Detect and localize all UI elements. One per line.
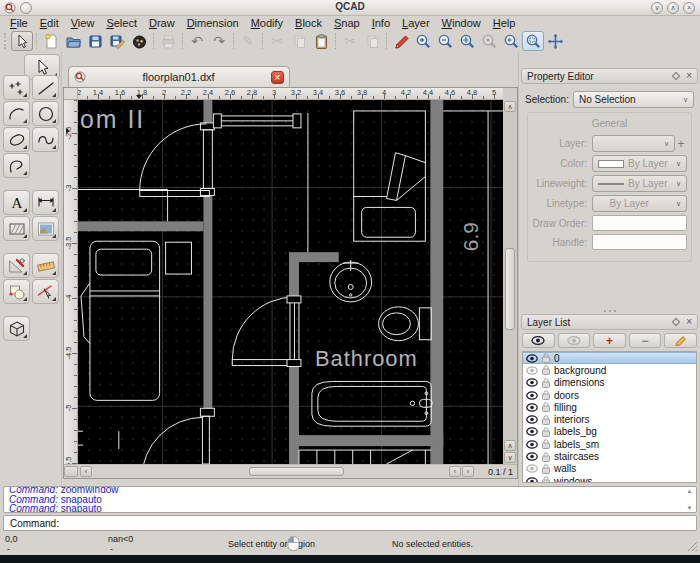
eye-visible-icon[interactable] [526,391,538,400]
edit-layer-button[interactable] [664,333,697,348]
open-file-button[interactable] [62,31,84,51]
eye-visible-icon[interactable] [526,440,538,449]
draw-pen-button[interactable] [390,31,412,51]
menu-file[interactable]: File [4,17,34,29]
export-package-button[interactable] [128,31,150,51]
menu-view[interactable]: View [65,17,101,29]
scroll-up-icon[interactable]: ∧ [504,101,516,112]
eye-visible-icon[interactable] [526,477,538,483]
scroll-down-icon[interactable]: ▼ [687,505,693,511]
toolbar-handle[interactable] [4,33,9,49]
lock-icon[interactable] [542,452,550,462]
solid-tools-button[interactable] [3,316,30,341]
selection-dropdown[interactable]: No Selection ∨ [573,91,694,108]
arc-tools-button[interactable] [3,101,30,126]
close-button[interactable]: × [683,2,695,14]
scroll-left-icon[interactable]: ‹ [80,466,92,477]
zoom-in-button[interactable] [412,31,434,51]
color-dropdown[interactable]: By Layer∨ [592,155,687,172]
image-tool-button[interactable] [32,216,59,241]
measure-tools-button[interactable] [32,253,59,278]
menu-window[interactable]: Window [436,17,487,29]
lock-icon[interactable] [542,464,550,474]
menu-snap[interactable]: Snap [328,17,366,29]
pager-left-icon[interactable]: ‹ [449,466,461,477]
layer-row[interactable]: 0 [523,352,696,364]
draw-order-field[interactable] [592,215,687,231]
vscroll-thumb[interactable] [505,248,515,330]
pager-right-icon[interactable]: › [462,466,474,477]
redo-button[interactable]: ↷ [208,31,230,51]
command-line-input[interactable]: Command: [3,515,697,531]
lock-icon[interactable] [542,402,550,412]
layer-dropdown[interactable]: ∨ [592,135,675,152]
lock-icon[interactable] [542,390,550,400]
resize-grip-icon[interactable] [686,540,698,554]
new-file-button[interactable] [40,31,62,51]
layer-row[interactable]: windows [523,475,696,483]
polyline-tools-button[interactable] [3,153,30,178]
scroll-up-icon[interactable]: ▲ [687,488,693,494]
menu-edit[interactable]: Edit [34,17,65,29]
undo-button[interactable]: ↶ [186,31,208,51]
maximize-button[interactable]: ∧ [667,2,679,14]
eye-visible-icon[interactable] [526,378,538,387]
menu-help[interactable]: Help [487,17,522,29]
menu-draw[interactable]: Draw [143,17,181,29]
hscroll-thumb[interactable] [249,467,344,476]
add-layer-inline-icon[interactable]: + [675,137,687,151]
layer-list-header[interactable]: Layer List × [521,314,698,330]
dimension-tools-button[interactable] [32,190,59,215]
menu-info[interactable]: Info [366,17,396,29]
hatch-tool-button[interactable] [3,216,30,241]
close-tab-icon[interactable]: × [271,71,284,84]
eye-hidden-icon[interactable] [526,366,538,375]
layer-row[interactable]: staircases [523,450,696,462]
history-scrollbar[interactable]: ▲▼ [685,488,694,511]
eye-visible-icon[interactable] [526,452,538,461]
layer-row[interactable]: dimensions [523,377,696,389]
layer-row[interactable]: interiors [523,413,696,425]
spline-tools-button[interactable] [32,127,59,152]
vertical-scrollbar[interactable]: ∧ ∧ ∨ [503,100,517,464]
line-tools-button[interactable] [32,75,59,100]
remove-layer-button[interactable]: − [629,333,662,348]
layer-row[interactable]: walls [523,463,696,475]
eye-visible-icon[interactable] [526,415,538,424]
save-file-as-button[interactable] [106,31,128,51]
handle-field[interactable] [592,234,687,250]
lineweight-dropdown[interactable]: By Layer∨ [592,175,687,192]
scroll-down-icon[interactable]: ∨ [504,452,516,463]
lock-icon[interactable] [542,365,550,375]
ellipse-tools-button[interactable] [3,127,30,152]
add-layer-button[interactable]: + [593,333,626,348]
scroll-up2-icon[interactable]: ∧ [504,440,516,451]
menu-layer[interactable]: Layer [396,17,436,29]
layer-row[interactable]: filling [523,401,696,413]
eye-hidden-icon[interactable] [526,464,538,473]
minimize-button[interactable]: ∨ [651,2,663,14]
paste-button[interactable] [310,31,332,51]
block-tools-button[interactable] [3,279,30,304]
close-panel-icon[interactable]: × [686,317,692,327]
eye-visible-icon[interactable] [526,403,538,412]
horizontal-scrollbar[interactable]: ‹ ‹ › 0.1 / 1 [64,464,517,478]
lock-icon[interactable] [542,378,550,388]
save-file-button[interactable] [84,31,106,51]
menu-dimension[interactable]: Dimension [181,17,245,29]
eye-visible-icon[interactable] [526,354,538,363]
zoom-out-button[interactable] [434,31,456,51]
hide-all-layers-button[interactable] [558,333,591,348]
point-tools-button[interactable] [3,75,30,100]
trim-tools-button[interactable] [32,279,59,304]
circle-tools-button[interactable] [32,101,59,126]
property-editor-header[interactable]: Property Editor × [521,68,698,84]
menu-block[interactable]: Block [289,17,328,29]
previous-view-button[interactable] [500,31,522,51]
auto-zoom-button[interactable] [456,31,478,51]
linetype-dropdown[interactable]: By Layer∨ [592,195,687,212]
layer-row[interactable]: background [523,364,696,376]
layer-row[interactable]: labels_bg [523,426,696,438]
drawing-canvas[interactable]: om II Bathroom 6.9 [78,100,503,464]
lock-icon[interactable] [542,353,550,363]
